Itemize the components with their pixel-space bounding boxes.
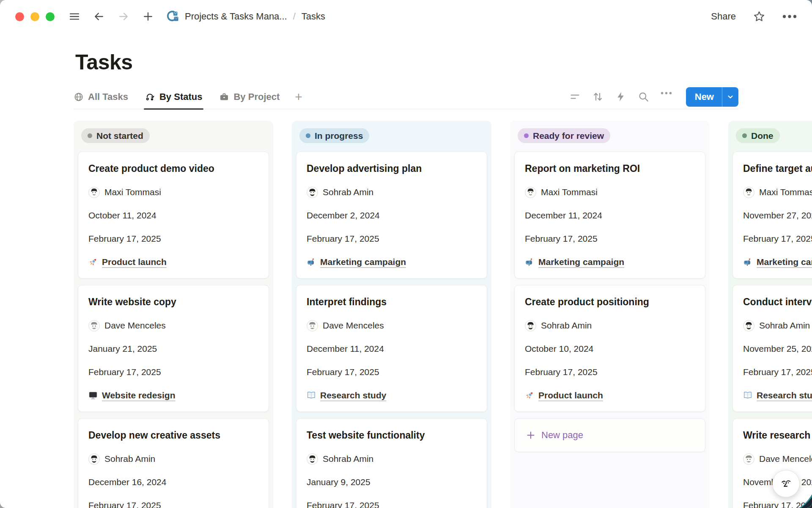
task-title: Write website copy xyxy=(88,295,258,308)
bolt-icon[interactable] xyxy=(615,91,626,102)
task-card[interactable]: Define target audience Maxi Tommasi Nove… xyxy=(732,152,812,279)
globe-icon xyxy=(74,92,84,102)
status-pill[interactable]: In progress xyxy=(299,128,369,143)
sort-icon[interactable] xyxy=(592,91,604,102)
project-link[interactable]: Research study xyxy=(757,390,812,400)
task-due-date: February 17, 2025 xyxy=(307,233,477,245)
new-page-button[interactable]: New page xyxy=(514,418,705,452)
task-due-date: February 17, 2025 xyxy=(743,233,812,245)
assignee-row: Dave Menceles xyxy=(743,453,812,465)
tab-by-status[interactable]: By Status xyxy=(145,85,202,109)
avatar xyxy=(88,187,100,198)
task-due-date: February 17, 2025 xyxy=(525,233,695,245)
project-link[interactable]: Marketing campaign xyxy=(757,257,812,267)
tab-all-tasks[interactable]: All Tasks xyxy=(74,85,128,109)
more-icon[interactable] xyxy=(661,91,672,102)
mouse-cursor xyxy=(799,494,812,508)
task-title: Report on marketing ROI xyxy=(525,162,695,175)
breadcrumb: Projects & Tasks Mana... / Tasks xyxy=(165,9,325,24)
assignee-row: Maxi Tommasi xyxy=(525,186,695,198)
status-dot xyxy=(306,133,310,138)
star-icon[interactable] xyxy=(753,10,765,23)
status-pill[interactable]: Ready for review xyxy=(518,128,610,143)
close-window-button[interactable] xyxy=(15,12,24,21)
project-icon xyxy=(743,391,752,400)
project-row: Website redesign xyxy=(88,389,258,401)
assignee-row: Maxi Tommasi xyxy=(743,186,812,198)
search-icon[interactable] xyxy=(638,91,649,102)
status-pill[interactable]: Done xyxy=(736,128,780,143)
project-link[interactable]: Marketing campaign xyxy=(320,257,406,267)
task-due-date: February 17, 2025 xyxy=(307,500,477,508)
task-title: Develop advertising plan xyxy=(307,162,477,175)
forward-icon[interactable] xyxy=(116,9,131,24)
column-cards: Create product demo video Maxi Tommasi O… xyxy=(78,152,269,508)
topbar: Projects & Tasks Mana... / Tasks Share xyxy=(0,0,812,33)
task-date: October 10, 2024 xyxy=(525,343,695,355)
status-pill[interactable]: Not started xyxy=(81,128,150,143)
view-tabs: All Tasks By Status By Project xyxy=(74,85,302,109)
more-icon[interactable] xyxy=(782,14,797,19)
board-column: Done Define target audience Maxi Tommasi… xyxy=(728,121,812,508)
assignee-name: Sohrab Amin xyxy=(759,320,810,331)
task-card[interactable]: Write website copy Dave Menceles January… xyxy=(78,285,269,412)
status-label: Done xyxy=(751,131,774,141)
task-due-date: February 17, 2025 xyxy=(307,366,477,378)
tab-by-project[interactable]: By Project xyxy=(219,85,280,109)
add-view-button[interactable]: + xyxy=(295,85,302,109)
status-icon xyxy=(145,92,155,102)
task-date: January 21, 2025 xyxy=(88,343,258,355)
avatar xyxy=(88,453,100,465)
zoom-window-button[interactable] xyxy=(46,12,55,21)
assistant-button[interactable] xyxy=(772,470,800,497)
task-card[interactable]: Interpret findings Dave Menceles Decembe… xyxy=(296,285,487,412)
task-date: December 11, 2024 xyxy=(307,343,477,355)
assignee-name: Sohrab Amin xyxy=(104,454,155,464)
chevron-down-icon[interactable] xyxy=(722,87,738,107)
project-link[interactable]: Product launch xyxy=(538,390,603,400)
task-title: Write research report xyxy=(743,429,812,442)
project-row: Research study xyxy=(743,389,812,401)
task-card[interactable]: Create product demo video Maxi Tommasi O… xyxy=(78,152,269,279)
task-date: December 11, 2024 xyxy=(525,210,695,221)
project-icon xyxy=(88,391,98,400)
status-dot xyxy=(742,133,747,138)
filter-icon[interactable] xyxy=(569,91,581,102)
avatar xyxy=(307,320,318,331)
assignee-row: Sohrab Amin xyxy=(88,453,258,465)
project-icon xyxy=(525,257,534,267)
project-link[interactable]: Product launch xyxy=(102,257,167,267)
task-card[interactable]: Conduct interviews Sohrab Amin November … xyxy=(732,285,812,412)
task-date: December 2, 2024 xyxy=(307,210,477,221)
task-title: Interpret findings xyxy=(307,295,477,308)
project-row: Marketing campaign xyxy=(307,256,477,268)
view-toolbar: New xyxy=(569,87,738,107)
minimize-window-button[interactable] xyxy=(30,12,39,21)
project-row: Research study xyxy=(307,389,477,401)
task-card[interactable]: Test website functionality Sohrab Amin J… xyxy=(296,418,487,508)
assignee-name: Dave Menceles xyxy=(323,320,384,331)
status-label: Not started xyxy=(96,131,143,141)
menu-icon[interactable] xyxy=(67,9,82,24)
task-card[interactable]: Report on marketing ROI Maxi Tommasi Dec… xyxy=(514,152,705,279)
task-card[interactable]: Create product positioning Sohrab Amin O… xyxy=(514,285,705,412)
new-tab-plus-icon[interactable] xyxy=(141,9,155,24)
breadcrumb-current[interactable]: Tasks xyxy=(302,11,325,22)
task-card[interactable]: Develop new creative assets Sohrab Amin … xyxy=(78,418,269,508)
new-page-label: New page xyxy=(541,430,583,441)
project-icon xyxy=(307,257,316,267)
project-link[interactable]: Marketing campaign xyxy=(538,257,624,267)
briefcase-icon xyxy=(219,92,229,102)
task-due-date: February 17, 2025 xyxy=(88,233,258,245)
breadcrumb-workspace[interactable]: Projects & Tasks Mana... xyxy=(185,11,287,22)
project-link[interactable]: Research study xyxy=(320,390,386,400)
task-date: November 25, 2024 xyxy=(743,343,812,355)
assignee-row: Sohrab Amin xyxy=(525,320,695,331)
share-button[interactable]: Share xyxy=(711,11,736,22)
task-title: Develop new creative assets xyxy=(88,429,258,442)
new-button[interactable]: New xyxy=(686,87,738,107)
task-card[interactable]: Develop advertising plan Sohrab Amin Dec… xyxy=(296,152,487,279)
back-icon[interactable] xyxy=(92,9,106,24)
column-cards: Define target audience Maxi Tommasi Nove… xyxy=(732,152,812,508)
project-link[interactable]: Website redesign xyxy=(102,390,176,400)
